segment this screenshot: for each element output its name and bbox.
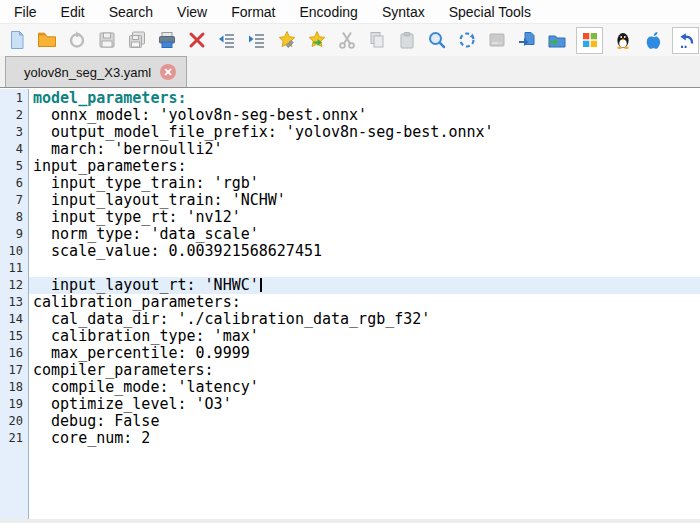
close-file-button[interactable] xyxy=(186,30,207,51)
bookmark-edit-button[interactable] xyxy=(276,30,297,51)
cut-button[interactable] xyxy=(336,30,357,51)
print-button[interactable] xyxy=(156,30,177,51)
tab-close-icon[interactable]: ✕ xyxy=(160,64,176,80)
code-line-15[interactable]: 15 calibration_type: 'max' xyxy=(0,328,700,345)
code-text: march: 'bernoulli2' xyxy=(33,140,223,158)
code-line-6[interactable]: 6 input_type_train: 'rgb' xyxy=(0,175,700,192)
code-line-13[interactable]: 13calibration_parameters: xyxy=(0,294,700,311)
code-line-8[interactable]: 8 input_type_rt: 'nv12' xyxy=(0,209,700,226)
code-editor[interactable]: 1model_parameters: 2 onnx_model: 'yolov8… xyxy=(0,89,700,523)
eol-unix-button[interactable] xyxy=(612,30,633,51)
search-icon xyxy=(427,30,447,50)
line-number: 5 xyxy=(0,158,29,175)
bookmark-edit-icon xyxy=(277,30,297,50)
outdent-icon xyxy=(217,30,237,50)
code-text: core_num: 2 xyxy=(33,429,150,447)
move-to-folder-button[interactable] xyxy=(546,30,567,51)
horizontal-scrollbar[interactable] xyxy=(0,519,700,523)
replace-button[interactable] xyxy=(456,30,477,51)
line-number: 15 xyxy=(0,328,29,345)
line-number: 9 xyxy=(0,226,29,243)
new-file-button[interactable] xyxy=(6,30,27,51)
line-number: 20 xyxy=(0,413,29,430)
eol-windows-button[interactable] xyxy=(576,27,603,54)
print-icon xyxy=(157,30,177,50)
move-to-folder-icon xyxy=(547,30,567,50)
undo-button[interactable] xyxy=(672,27,699,54)
code-text: cal_data_dir: './calibration_data_rgb_f3… xyxy=(33,310,430,328)
code-line-20[interactable]: 20 debug: False xyxy=(0,413,700,430)
tab-bar: yolov8n_seg_X3.yaml ✕ xyxy=(0,56,700,88)
copy-icon xyxy=(367,30,387,50)
copy-to-new-icon xyxy=(517,30,537,50)
code-line-21[interactable]: 21 core_num: 2 xyxy=(0,430,700,447)
line-number: 1 xyxy=(0,90,29,107)
cut-icon xyxy=(337,30,357,50)
eol-mac-button[interactable] xyxy=(642,30,663,51)
menu-syntax[interactable]: Syntax xyxy=(370,2,437,22)
code-line-7[interactable]: 7 input_layout_train: 'NCHW' xyxy=(0,192,700,209)
replace-icon xyxy=(457,30,477,50)
save-button[interactable] xyxy=(96,30,117,51)
menu-search[interactable]: Search xyxy=(97,2,165,22)
code-line-19[interactable]: 19 optimize_level: 'O3' xyxy=(0,396,700,413)
close-file-icon xyxy=(187,30,207,50)
find-button[interactable] xyxy=(426,30,447,51)
code-text: norm_type: 'data_scale' xyxy=(33,225,259,243)
code-text: output_model_file_prefix: 'yolov8n-seg-b… xyxy=(33,123,494,141)
line-number: 14 xyxy=(0,311,29,328)
menu-special-tools[interactable]: Special Tools xyxy=(437,2,543,22)
code-text: input_layout_train: 'NCHW' xyxy=(33,191,286,209)
editor-window: File Edit Search View Format Encoding Sy… xyxy=(0,0,700,523)
code-line-2[interactable]: 2 onnx_model: 'yolov8n-seg-best.onnx' xyxy=(0,107,700,124)
line-number: 18 xyxy=(0,379,29,396)
find-in-files-button[interactable] xyxy=(486,30,507,51)
indent-button[interactable] xyxy=(246,30,267,51)
menu-bar: File Edit Search View Format Encoding Sy… xyxy=(0,0,700,23)
save-all-button[interactable] xyxy=(126,30,147,51)
copy-button[interactable] xyxy=(366,30,387,51)
tab-label: yolov8n_seg_X3.yaml xyxy=(24,65,151,80)
code-line-11[interactable]: 11 xyxy=(0,260,700,277)
reload-button[interactable] xyxy=(66,30,87,51)
menu-file[interactable]: File xyxy=(2,2,49,22)
open-folder-icon xyxy=(37,30,57,50)
new-file-icon xyxy=(7,30,27,50)
code-text: calibration_type: 'max' xyxy=(33,327,259,345)
open-file-button[interactable] xyxy=(36,30,57,51)
find-in-files-icon xyxy=(487,30,507,50)
linux-penguin-icon xyxy=(613,30,633,50)
code-line-9[interactable]: 9 norm_type: 'data_scale' xyxy=(0,226,700,243)
code-line-3[interactable]: 3 output_model_file_prefix: 'yolov8n-seg… xyxy=(0,124,700,141)
code-line-5[interactable]: 5input_parameters: xyxy=(0,158,700,175)
line-number: 13 xyxy=(0,294,29,311)
code-line-4[interactable]: 4 march: 'bernoulli2' xyxy=(0,141,700,158)
code-line-18[interactable]: 18 compile_mode: 'latency' xyxy=(0,379,700,396)
code-line-17[interactable]: 17compiler_parameters: xyxy=(0,362,700,379)
apple-logo-icon xyxy=(643,30,663,50)
line-number: 8 xyxy=(0,209,29,226)
code-text: model_parameters: xyxy=(33,89,187,107)
outdent-button[interactable] xyxy=(216,30,237,51)
code-text: debug: False xyxy=(33,412,159,430)
line-number: 3 xyxy=(0,124,29,141)
menu-encoding[interactable]: Encoding xyxy=(287,2,369,22)
tab-yolov8n-seg-x3[interactable]: yolov8n_seg_X3.yaml ✕ xyxy=(5,56,187,87)
code-line-14[interactable]: 14 cal_data_dir: './calibration_data_rgb… xyxy=(0,311,700,328)
code-line-1[interactable]: 1model_parameters: xyxy=(0,90,700,107)
line-number: 6 xyxy=(0,175,29,192)
bookmark-nav-button[interactable] xyxy=(306,30,327,51)
code-line-10[interactable]: 10 scale_value: 0.003921568627451 xyxy=(0,243,700,260)
code-text: max_percentile: 0.9999 xyxy=(33,344,250,362)
menu-format[interactable]: Format xyxy=(219,2,287,22)
line-number: 21 xyxy=(0,430,29,447)
code-line-16[interactable]: 16 max_percentile: 0.9999 xyxy=(0,345,700,362)
code-text: input_type_rt: 'nv12' xyxy=(33,208,241,226)
paste-button[interactable] xyxy=(396,30,417,51)
copy-to-new-button[interactable] xyxy=(516,30,537,51)
code-text: input_parameters: xyxy=(33,157,187,175)
code-line-12-current[interactable]: 12 input_layout_rt: 'NHWC' xyxy=(0,277,700,294)
menu-edit[interactable]: Edit xyxy=(49,2,97,22)
indent-icon xyxy=(247,30,267,50)
menu-view[interactable]: View xyxy=(165,2,219,22)
